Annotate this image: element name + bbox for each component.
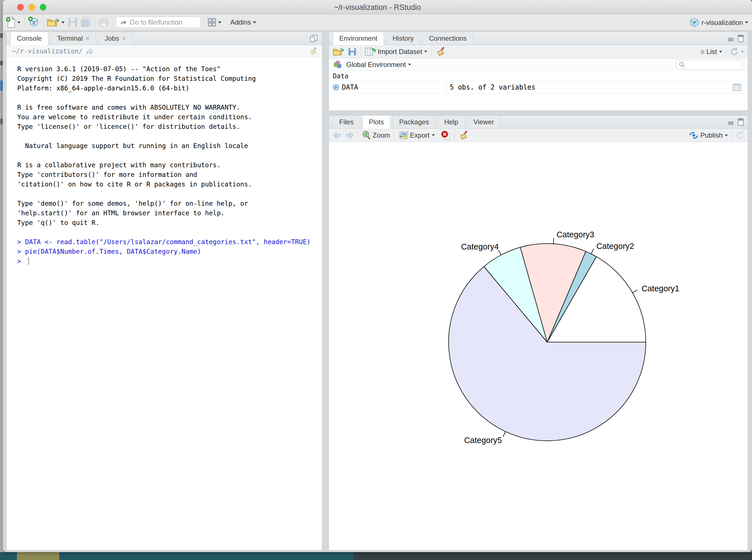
forward-arrow-icon [345, 132, 354, 139]
goto-file-search[interactable]: Go to file/function [116, 17, 201, 28]
console-line: Copyright (C) 2019 The R Foundation for … [17, 74, 322, 83]
tab-plots[interactable]: Plots [362, 116, 390, 128]
remove-plot-button[interactable] [441, 131, 451, 140]
clear-environment-button[interactable] [436, 47, 446, 57]
expand-object-icon[interactable] [332, 84, 340, 91]
broom-icon [309, 47, 318, 56]
project-menu-button[interactable]: R r-visualization [689, 17, 749, 28]
load-workspace-button[interactable] [333, 47, 344, 57]
close-tab-icon[interactable]: × [86, 35, 89, 42]
list-view-button[interactable]: ≡ List [700, 47, 723, 56]
new-file-button[interactable] [6, 17, 21, 28]
import-dataset-button[interactable]: Import Dataset [365, 47, 428, 57]
pane-grid-icon [208, 18, 216, 26]
console-line: You are welcome to redistribute it under… [17, 112, 322, 122]
refresh-icon [735, 131, 744, 140]
plots-panel: Files Plots Packages Help Viewer [328, 115, 748, 551]
main-toolbar: R [3, 15, 752, 31]
pie-label-tick [503, 432, 505, 437]
import-dataset-icon [365, 47, 376, 57]
tab-viewer[interactable]: Viewer [467, 116, 501, 128]
publish-icon [689, 131, 698, 140]
close-tab-icon[interactable]: × [122, 35, 126, 42]
print-button[interactable] [99, 18, 109, 27]
search-icon [678, 61, 685, 68]
refresh-icon [730, 47, 739, 56]
new-project-icon: R [28, 16, 40, 28]
goto-placeholder: Go to file/function [130, 18, 182, 26]
pie-label-tick [632, 290, 637, 293]
clear-all-plots-button[interactable] [459, 130, 468, 140]
console-line: Platform: x86_64-apple-darwin15.6.0 (64-… [17, 83, 322, 93]
new-project-button[interactable]: R [28, 16, 40, 28]
environment-search-input[interactable] [676, 60, 743, 69]
zoom-plot-button[interactable]: Zoom [362, 131, 390, 140]
tab-help[interactable]: Help [438, 116, 464, 128]
console-line: R is a collaborative project with many c… [17, 160, 322, 170]
console-line: 'help.start()' for an HTML browser inter… [17, 208, 322, 218]
pie-label-tick [498, 250, 501, 255]
tab-environment[interactable]: Environment [333, 32, 384, 45]
console-output[interactable]: R version 3.6.1 (2019-07-05) -- "Action … [6, 57, 322, 266]
console-line: Type 'demo()' for some demos, 'help()' f… [17, 199, 322, 208]
desktop-bottom-strip [0, 552, 752, 560]
console-line [17, 189, 322, 199]
pie-chart: Category1Category2Category3Category4Cate… [329, 142, 748, 551]
export-plot-button[interactable]: Export [398, 131, 435, 140]
console-line: Type 'license()' or 'licence()' for dist… [17, 122, 322, 132]
back-arrow-icon [333, 132, 341, 139]
addins-label: Addins [230, 18, 251, 26]
maximize-pane-icon[interactable] [737, 35, 744, 42]
publish-button[interactable]: Publish [689, 131, 728, 140]
console-path-row: ~/r-visualization/ [6, 45, 322, 57]
maximize-pane-icon[interactable] [737, 118, 744, 126]
goto-directory-icon[interactable] [86, 48, 94, 55]
next-plot-button[interactable] [345, 132, 354, 139]
tab-jobs[interactable]: Jobs × [98, 32, 133, 45]
pie-label: Category1 [642, 284, 679, 293]
remove-plot-icon [441, 131, 451, 140]
tab-history[interactable]: History [386, 32, 420, 45]
addins-button[interactable]: Addins [230, 18, 257, 26]
save-all-icon [81, 18, 92, 27]
tab-packages[interactable]: Packages [393, 116, 435, 128]
svg-text:R: R [693, 19, 696, 24]
environment-scope-select[interactable]: Global Environment [346, 61, 412, 69]
pie-label-tick [553, 238, 554, 244]
rstudio-window: ~/r-visualization - RStudio R [3, 0, 752, 552]
column-separator [447, 81, 447, 93]
environment-tabbar: Environment History Connections [329, 32, 748, 45]
restore-panes-icon[interactable] [310, 34, 318, 43]
save-icon [68, 18, 77, 27]
environment-object-row[interactable]: DATA 5 obs. of 2 variables [329, 81, 748, 94]
scope-label: Global Environment [346, 61, 406, 69]
tab-files[interactable]: Files [333, 116, 360, 128]
minimize-pane-icon[interactable] [728, 119, 735, 125]
minimize-pane-icon[interactable] [728, 35, 735, 42]
previous-plot-button[interactable] [333, 132, 341, 139]
tab-terminal[interactable]: Terminal × [50, 32, 96, 45]
import-dataset-label: Import Dataset [378, 48, 422, 56]
save-button[interactable] [68, 18, 77, 27]
zoom-magnifier-icon [362, 131, 371, 140]
pie-label: Category2 [596, 242, 634, 251]
refresh-environment-button[interactable] [730, 47, 744, 56]
view-table-icon[interactable] [732, 83, 741, 91]
save-all-button[interactable] [81, 18, 92, 27]
svg-text:R: R [32, 20, 35, 25]
save-workspace-button[interactable] [348, 47, 357, 56]
open-file-button[interactable] [47, 17, 65, 27]
working-directory: ~/r-visualization/ [12, 47, 82, 55]
pane-layout-button[interactable] [208, 18, 222, 26]
plots-toolbar: Zoom Export [329, 128, 748, 142]
refresh-plot-button[interactable] [735, 131, 744, 140]
console-line: 'citation()' on how to cite R or R packa… [17, 179, 322, 189]
console-line: Type 'contributors()' for more informati… [17, 170, 322, 179]
pie-label: Category3 [556, 230, 594, 239]
tab-connections[interactable]: Connections [422, 32, 473, 45]
print-icon [99, 18, 109, 27]
clear-console-button[interactable] [309, 47, 318, 56]
publish-label: Publish [700, 132, 723, 139]
tab-console[interactable]: Console [11, 32, 48, 45]
save-icon [348, 47, 357, 56]
